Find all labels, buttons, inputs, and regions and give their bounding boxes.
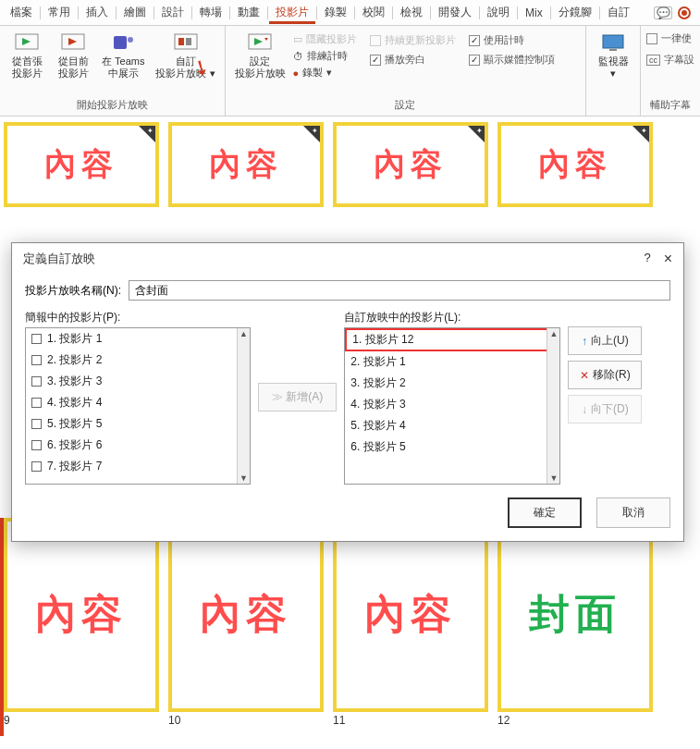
menu-record[interactable]: 錄製 xyxy=(318,1,353,24)
svg-marker-1 xyxy=(22,38,31,45)
scroll-up-icon[interactable]: ▲ xyxy=(239,329,248,338)
slide-thumb[interactable]: ✦內容 xyxy=(168,122,324,207)
menu-custom[interactable]: 自訂 xyxy=(601,1,636,24)
close-button[interactable]: × xyxy=(664,251,672,267)
svg-rect-11 xyxy=(603,35,623,48)
svg-marker-10 xyxy=(254,38,263,45)
help-button[interactable]: ? xyxy=(644,251,650,267)
add-button[interactable]: ≫ 新增(A) xyxy=(258,383,337,411)
slide-thumb-12[interactable]: 封面 xyxy=(497,518,653,712)
slide-thumb[interactable]: ✦內容 xyxy=(497,122,653,207)
slide-thumb-9[interactable]: ✦內容 xyxy=(4,518,159,712)
group-label: 設定 xyxy=(231,96,580,114)
presentation-slides-listbox[interactable]: 1. 投影片 1 2. 投影片 2 3. 投影片 3 4. 投影片 4 5. 投… xyxy=(25,327,251,485)
custom-show-listbox[interactable]: 1. 投影片 12 2. 投影片 1 3. 投影片 2 4. 投影片 3 5. … xyxy=(344,327,560,485)
timer-icon: ⏱ xyxy=(293,51,303,62)
ribbon-group-captions: 一律使 cc字幕設 輔助字幕 xyxy=(641,26,700,116)
scrollbar[interactable]: ▲▼ xyxy=(237,328,250,484)
chk-narration[interactable]: ✓播放旁白 xyxy=(370,51,456,68)
menu-review[interactable]: 校閱 xyxy=(356,1,391,24)
svg-rect-8 xyxy=(186,38,191,45)
list-item[interactable]: 3. 投影片 2 xyxy=(345,373,559,394)
l: 投影片放映 xyxy=(235,68,286,79)
list-item[interactable]: 4. 投影片 3 xyxy=(345,394,559,415)
slide-number: 9 xyxy=(4,714,10,727)
chk-media-controls[interactable]: ✓顯示媒體控制項 xyxy=(469,51,555,68)
l: 投影片 xyxy=(58,68,89,79)
chk-keep-updated[interactable]: 持續更新投影片 xyxy=(370,31,456,49)
ribbon-group-setup: 設定投影片放映 ▭隱藏投影片 ⏱排練計時 ●錄製 ▾ 持續更新投影片 ✓播放旁白… xyxy=(226,26,586,116)
menu-bar: 檔案 常用 插入 繪圖 設計 轉場 動畫 投影片 錄製 校閱 檢視 開發人 說明… xyxy=(0,0,700,26)
list-item[interactable]: 6. 投影片 6 xyxy=(26,435,250,456)
menu-file[interactable]: 檔案 xyxy=(4,1,39,24)
menu-design[interactable]: 設計 xyxy=(155,1,190,24)
teams-icon xyxy=(110,31,136,54)
setup-slideshow-button[interactable]: 設定投影片放映 xyxy=(231,30,289,81)
play-from-current-icon xyxy=(60,31,86,54)
menu-animations[interactable]: 動畫 xyxy=(231,1,266,24)
list-item[interactable]: 4. 投影片 4 xyxy=(26,392,250,413)
left-list-label: 簡報中的投影片(P): xyxy=(25,310,251,325)
ok-button[interactable]: 確定 xyxy=(508,497,582,528)
chk-always-subtitle[interactable]: 一律使 xyxy=(646,30,692,47)
record-button[interactable]: ●錄製 ▾ xyxy=(293,65,357,80)
menu-help[interactable]: 說明 xyxy=(481,1,516,24)
slide-thumb-11[interactable]: ✦內容 xyxy=(333,518,488,712)
arrow-down-icon: ↓ xyxy=(582,403,587,416)
slide-thumb[interactable]: ✦內容 xyxy=(4,122,159,207)
move-up-button[interactable]: ↑向上(U) xyxy=(568,326,642,355)
l: 投影片 xyxy=(12,68,43,79)
arrow-up-icon: ↑ xyxy=(582,335,587,348)
chk-use-timings[interactable]: ✓使用計時 xyxy=(469,31,555,49)
list-item[interactable]: 6. 投影片 5 xyxy=(345,436,559,458)
list-item[interactable]: 2. 投影片 2 xyxy=(26,350,250,371)
scroll-up-icon[interactable]: ▲ xyxy=(549,329,558,338)
l: 在 Teams xyxy=(102,55,144,67)
scrollbar[interactable]: ▲▼ xyxy=(546,328,559,484)
subtitle-settings-button[interactable]: cc字幕設 xyxy=(646,51,694,68)
menu-draw[interactable]: 繪圖 xyxy=(117,1,153,24)
from-beginning-button[interactable]: 從首張投影片 xyxy=(6,30,48,81)
l: 設定 xyxy=(250,55,270,67)
custom-show-icon xyxy=(173,31,199,54)
hidden-slide-icon: ▭ xyxy=(293,33,302,45)
slide-thumb[interactable]: ✦內容 xyxy=(333,122,488,207)
cc-icon: cc xyxy=(646,55,660,66)
list-item-selected[interactable]: 1. 投影片 12 xyxy=(345,328,559,351)
comment-icon[interactable]: 💬 xyxy=(654,6,672,19)
list-item[interactable]: 2. 投影片 1 xyxy=(345,351,559,373)
slide-thumb-10[interactable]: ✦內容 xyxy=(168,518,324,712)
list-item[interactable]: 3. 投影片 3 xyxy=(26,371,250,392)
menu-insert[interactable]: 插入 xyxy=(80,1,115,24)
remove-button[interactable]: ✕移除(R) xyxy=(568,361,642,389)
from-current-button[interactable]: 從目前投影片 xyxy=(52,30,94,81)
list-item[interactable]: 1. 投影片 1 xyxy=(26,328,250,350)
scroll-down-icon[interactable]: ▼ xyxy=(549,473,558,483)
list-item[interactable]: 5. 投影片 4 xyxy=(345,415,559,436)
menu-transitions[interactable]: 轉場 xyxy=(193,1,228,24)
scroll-down-icon[interactable]: ▼ xyxy=(239,473,248,483)
menu-view[interactable]: 檢視 xyxy=(394,1,429,24)
dialog-title: 定義自訂放映 xyxy=(23,251,95,267)
hide-slide-button[interactable]: ▭隱藏投影片 xyxy=(293,31,357,47)
svg-rect-12 xyxy=(609,49,617,51)
rehearse-button[interactable]: ⏱排練計時 xyxy=(293,48,357,64)
monitor-button[interactable]: 監視器▾ xyxy=(592,30,634,81)
group-label: 開始投影片放映 xyxy=(6,96,219,114)
menu-mix[interactable]: Mix xyxy=(519,3,549,23)
custom-slideshow-button[interactable]: 自訂投影片放映 ▾ xyxy=(152,30,218,81)
rec-small-icon: ● xyxy=(293,68,300,79)
remove-icon: ✕ xyxy=(580,369,589,382)
show-name-input[interactable] xyxy=(129,280,670,301)
present-teams-button[interactable]: 在 Teams中展示 xyxy=(98,30,148,81)
list-item[interactable]: 7. 投影片 7 xyxy=(26,456,250,477)
menu-developer[interactable]: 開發人 xyxy=(432,1,478,24)
cancel-button[interactable]: 取消 xyxy=(596,497,670,528)
move-down-button[interactable]: ↓向下(D) xyxy=(568,395,642,424)
record-icon[interactable] xyxy=(678,6,691,19)
list-item[interactable]: 5. 投影片 5 xyxy=(26,413,250,435)
monitor-icon xyxy=(600,31,626,54)
menu-slideshow[interactable]: 投影片 xyxy=(269,1,315,24)
menu-home[interactable]: 常用 xyxy=(42,1,77,24)
menu-storyboard[interactable]: 分鏡腳 xyxy=(552,1,598,24)
